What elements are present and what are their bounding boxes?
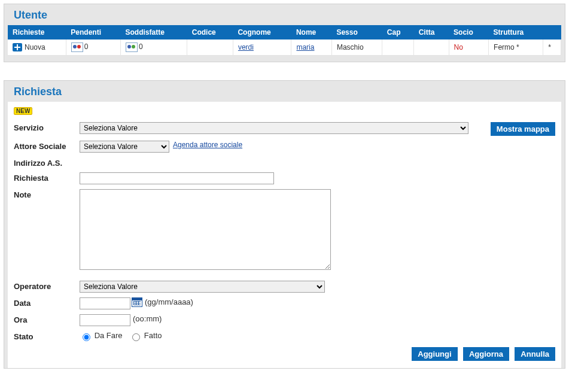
label-attore-sociale: Attore Sociale	[14, 141, 80, 151]
ora-hint: (oo:mm)	[133, 314, 162, 323]
label-servizio: Servizio	[14, 122, 80, 132]
col-sesso: Sesso	[331, 25, 382, 39]
cell-nome: maria	[291, 39, 331, 56]
col-richieste: Richieste	[8, 25, 66, 39]
cell-soddisfatte[interactable]: 0	[121, 39, 187, 56]
cell-citta	[414, 39, 449, 56]
label-indirizzo-as: Indirizzo A.S.	[14, 157, 80, 168]
plus-icon	[13, 43, 22, 51]
nome-link[interactable]: maria	[296, 43, 314, 51]
agenda-attore-link[interactable]: Agenda attore sociale	[173, 141, 242, 149]
attore-sociale-select[interactable]: Seleziona Valore	[80, 141, 169, 153]
col-extra	[543, 25, 561, 39]
label-operatore: Operatore	[14, 281, 80, 291]
col-pendenti: Pendenti	[66, 25, 120, 39]
soddisfatte-count: 0	[139, 42, 143, 51]
people-pending-icon	[71, 42, 83, 52]
richiesta-form: NEW Servizio Seleziona Valore Mostra map…	[8, 102, 561, 368]
label-data: Data	[14, 297, 80, 308]
col-nome: Nome	[291, 25, 331, 39]
pendenti-count: 0	[84, 42, 89, 51]
label-ora: Ora	[14, 314, 80, 324]
table-row: Nuova 0 0 verdi maria Maschio	[8, 39, 561, 56]
col-cap: Cap	[382, 25, 414, 39]
label-richiesta: Richiesta	[14, 172, 80, 183]
label-stato: Stato	[14, 331, 80, 341]
note-textarea[interactable]	[80, 189, 331, 270]
nuova-label: Nuova	[25, 43, 45, 51]
stato-fatto-label[interactable]: Fatto	[129, 331, 162, 340]
stato-fatto-radio[interactable]	[132, 333, 140, 341]
col-cognome: Cognome	[233, 25, 291, 39]
cognome-link[interactable]: verdi	[238, 43, 254, 51]
operatore-select[interactable]: Seleziona Valore	[80, 281, 325, 293]
data-input[interactable]	[80, 297, 130, 309]
richiesta-input[interactable]	[80, 172, 274, 184]
cell-cap	[382, 39, 414, 56]
people-done-icon	[126, 42, 138, 52]
cell-extra: *	[543, 39, 561, 56]
new-badge: NEW	[14, 107, 32, 115]
cell-sesso: Maschio	[331, 39, 382, 56]
label-note: Note	[14, 189, 80, 199]
cell-richieste[interactable]: Nuova	[8, 39, 66, 56]
servizio-select[interactable]: Seleziona Valore	[80, 122, 468, 134]
utente-table: Richieste Pendenti Soddisfatte Codice Co…	[8, 25, 561, 56]
annulla-button[interactable]: Annulla	[515, 347, 555, 361]
col-citta: Citta	[414, 25, 449, 39]
aggiungi-button[interactable]: Aggiungi	[412, 347, 457, 361]
col-struttura: Struttura	[489, 25, 543, 39]
aggiorna-button[interactable]: Aggiorna	[463, 347, 509, 361]
data-hint: (gg/mm/aaaa)	[145, 297, 193, 306]
mostra-mappa-button[interactable]: Mostra mappa	[491, 122, 555, 136]
cell-cognome: verdi	[233, 39, 291, 56]
ora-input[interactable]	[80, 314, 130, 326]
stato-radio-group: Da Fare Fatto	[80, 331, 166, 341]
stato-da-fare-label[interactable]: Da Fare	[80, 331, 124, 340]
col-socio: Socio	[449, 25, 489, 39]
form-actions: Aggiungi Aggiorna Annulla	[14, 341, 555, 361]
richiesta-section: Richiesta NEW Servizio Seleziona Valore …	[4, 80, 565, 369]
col-codice: Codice	[187, 25, 233, 39]
utente-section: Utente Richieste Pendenti Soddisfatte Co…	[4, 4, 565, 62]
richiesta-title: Richiesta	[8, 83, 561, 102]
calendar-icon[interactable]	[132, 297, 142, 307]
col-soddisfatte: Soddisfatte	[121, 25, 187, 39]
cell-socio: No	[449, 39, 489, 56]
cell-struttura: Fermo *	[489, 39, 543, 56]
stato-da-fare-radio[interactable]	[83, 333, 90, 341]
socio-value: No	[454, 43, 463, 51]
cell-codice	[187, 39, 233, 56]
cell-pendenti[interactable]: 0	[66, 39, 120, 56]
utente-title: Utente	[8, 7, 561, 25]
